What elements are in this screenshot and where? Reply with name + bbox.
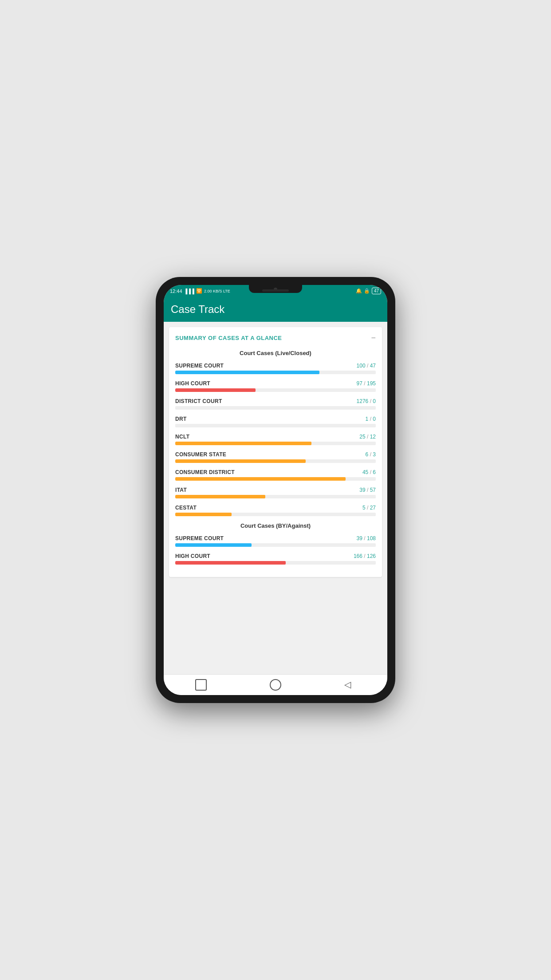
progress-bar-bg [175,459,376,463]
courts-by-against-list: SUPREME COURT39 / 108HIGH COURT166 / 126 [175,535,376,565]
nav-back[interactable]: ◁ [344,679,356,691]
progress-bar-fill [175,459,306,463]
app-title: Case Track [171,303,224,315]
court-name: ITAT [175,487,187,493]
network-speed: 2.00 KB/S LTE [204,289,230,293]
court-row[interactable]: CONSUMER STATE6 / 3 [175,451,376,463]
card-title: SUMMARY OF CASES AT A GLANCE [175,335,282,341]
court-count: 166 / 126 [354,553,376,559]
lock-icon: 🔒 [364,288,370,294]
progress-bar-bg [175,561,376,565]
court-count: 1 / 0 [366,416,376,422]
progress-bar-fill [175,388,256,392]
time-display: 12:44 [170,288,182,294]
court-row-header: SUPREME COURT100 / 47 [175,363,376,369]
court-row[interactable]: DISTRICT COURT1276 / 0 [175,398,376,410]
court-row-header: NCLT25 / 12 [175,434,376,440]
court-name: CONSUMER STATE [175,451,226,458]
wifi-icon: 🛜 [196,288,202,294]
court-name: NCLT [175,434,189,440]
court-count: 97 / 195 [357,380,376,387]
court-row[interactable]: SUPREME COURT39 / 108 [175,535,376,547]
court-row[interactable]: NCLT25 / 12 [175,434,376,445]
progress-bar-bg [175,406,376,410]
court-name: HIGH COURT [175,380,210,387]
court-row[interactable]: CONSUMER DISTRICT45 / 6 [175,469,376,481]
court-name: SUPREME COURT [175,363,224,369]
court-count: 39 / 108 [357,535,376,541]
court-name: DISTRICT COURT [175,398,222,404]
minimize-button[interactable]: − [371,333,376,343]
app-header: Case Track [164,297,387,322]
signal-icon: ▐▐▐ [184,288,194,294]
card-header: SUMMARY OF CASES AT A GLANCE − [175,333,376,343]
section1-title: Court Cases (Live/Closed) [175,350,376,356]
phone-screen: 12:44 ▐▐▐ 🛜 2.00 KB/S LTE 🔔 🔒 47 Case Tr… [164,285,387,695]
court-name: HIGH COURT [175,553,210,559]
progress-bar-bg [175,477,376,481]
content-area[interactable]: SUMMARY OF CASES AT A GLANCE − Court Cas… [164,322,387,674]
progress-bar-bg [175,371,376,374]
progress-bar-fill [175,477,346,481]
speaker [262,289,289,292]
progress-bar-fill [175,561,286,565]
alarm-icon: 🔔 [356,288,362,294]
progress-bar-fill [175,495,265,498]
battery-display: 47 [372,288,381,294]
progress-bar-bg [175,543,376,547]
court-row-header: CESTAT5 / 27 [175,505,376,511]
progress-bar-fill [175,442,311,445]
back-icon: ◁ [344,680,351,689]
progress-bar-bg [175,424,376,427]
court-row[interactable]: ITAT39 / 57 [175,487,376,498]
progress-bar-fill [175,371,319,374]
court-row[interactable]: HIGH COURT166 / 126 [175,553,376,565]
courts-live-closed-list: SUPREME COURT100 / 47HIGH COURT97 / 195D… [175,363,376,516]
court-row[interactable]: HIGH COURT97 / 195 [175,380,376,392]
court-count: 5 / 27 [362,505,376,511]
progress-bar-bg [175,513,376,516]
court-count: 100 / 47 [357,363,376,369]
court-name: DRT [175,416,187,422]
progress-bar-fill [175,543,252,547]
section2-title: Court Cases (BY/Against) [175,522,376,529]
court-row-header: DISTRICT COURT1276 / 0 [175,398,376,404]
nav-home[interactable] [270,679,281,691]
nav-recent-apps[interactable] [195,679,207,691]
court-row-header: CONSUMER STATE6 / 3 [175,451,376,458]
court-row-header: DRT1 / 0 [175,416,376,422]
status-left: 12:44 ▐▐▐ 🛜 2.00 KB/S LTE [170,288,230,294]
court-row-header: CONSUMER DISTRICT45 / 6 [175,469,376,475]
court-count: 45 / 6 [362,469,376,475]
court-count: 1276 / 0 [357,398,376,404]
court-row[interactable]: CESTAT5 / 27 [175,505,376,516]
court-row-header: HIGH COURT97 / 195 [175,380,376,387]
summary-card: SUMMARY OF CASES AT A GLANCE − Court Cas… [169,327,382,577]
court-count: 6 / 3 [366,451,376,458]
progress-bar-bg [175,442,376,445]
status-right: 🔔 🔒 47 [356,288,381,294]
court-name: CONSUMER DISTRICT [175,469,235,475]
phone-frame: 12:44 ▐▐▐ 🛜 2.00 KB/S LTE 🔔 🔒 47 Case Tr… [156,277,395,703]
court-row[interactable]: SUPREME COURT100 / 47 [175,363,376,374]
court-name: SUPREME COURT [175,535,224,541]
court-row-header: ITAT39 / 57 [175,487,376,493]
progress-bar-bg [175,388,376,392]
progress-bar-fill [175,513,232,516]
court-count: 39 / 57 [359,487,376,493]
court-row-header: HIGH COURT166 / 126 [175,553,376,559]
court-row-header: SUPREME COURT39 / 108 [175,535,376,541]
court-count: 25 / 12 [359,434,376,440]
court-row[interactable]: DRT1 / 0 [175,416,376,427]
court-name: CESTAT [175,505,197,511]
progress-bar-bg [175,495,376,498]
bottom-nav: ◁ [164,674,387,695]
